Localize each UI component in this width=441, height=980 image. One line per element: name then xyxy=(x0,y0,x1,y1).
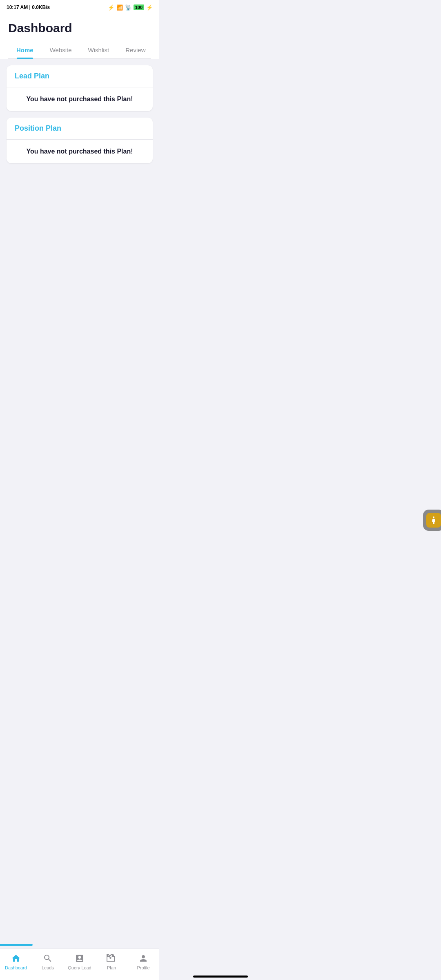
tab-website[interactable]: Website xyxy=(42,42,80,58)
status-bar: 10:17 AM | 0.0KB/s ⚡ 📶 📡 100 ⚡ xyxy=(0,0,159,15)
lead-plan-card: Lead Plan You have not purchased this Pl… xyxy=(7,65,153,111)
position-plan-header: Position Plan xyxy=(7,118,153,140)
main-content: Lead Plan You have not purchased this Pl… xyxy=(0,59,159,304)
lead-plan-header: Lead Plan xyxy=(7,65,153,87)
position-plan-body: You have not purchased this Plan! xyxy=(7,140,153,163)
tab-home[interactable]: Home xyxy=(8,42,42,58)
charging-icon: ⚡ xyxy=(146,4,153,11)
page-title: Dashboard xyxy=(8,21,151,35)
tab-bar: Home Website Wishlist Review xyxy=(8,42,151,59)
lead-plan-title: Lead Plan xyxy=(15,72,49,80)
wifi-icon: 📡 xyxy=(125,4,131,11)
battery-icon: 100 xyxy=(134,4,144,10)
position-plan-title: Position Plan xyxy=(15,124,61,132)
header: Dashboard Home Website Wishlist Review xyxy=(0,15,159,59)
bluetooth-icon: ⚡ xyxy=(108,4,114,11)
position-plan-message: You have not purchased this Plan! xyxy=(26,148,133,155)
position-plan-card: Position Plan You have not purchased thi… xyxy=(7,118,153,163)
lead-plan-message: You have not purchased this Plan! xyxy=(26,96,133,102)
tab-wishlist[interactable]: Wishlist xyxy=(80,42,118,58)
lead-plan-body: You have not purchased this Plan! xyxy=(7,87,153,111)
signal-icon: 📶 xyxy=(116,4,123,11)
status-time: 10:17 AM | 0.0KB/s xyxy=(7,4,50,10)
tab-review[interactable]: Review xyxy=(117,42,154,58)
status-icons: ⚡ 📶 📡 100 ⚡ xyxy=(108,4,153,11)
